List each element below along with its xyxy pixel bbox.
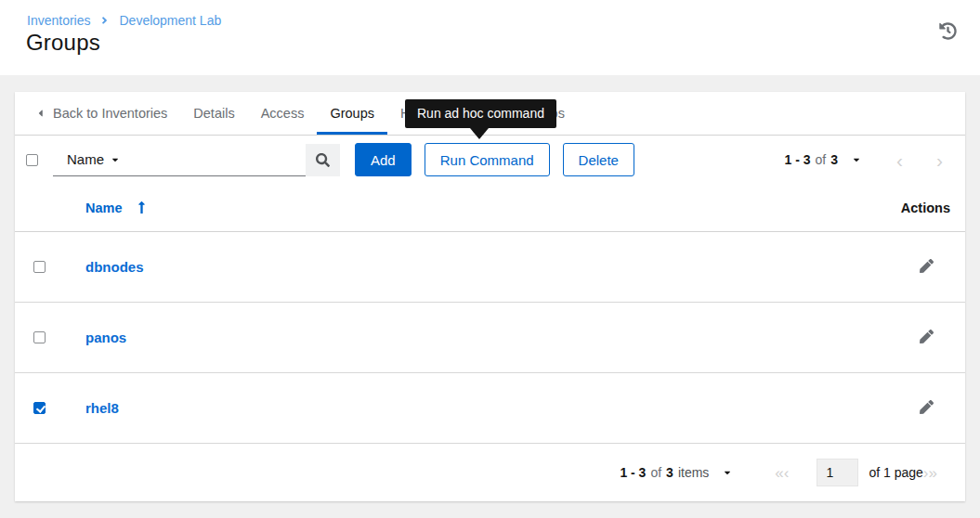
pencil-icon [920, 259, 934, 273]
page-header: Inventories Development Lab Groups [0, 0, 980, 75]
select-all-checkbox[interactable] [26, 154, 38, 166]
chevron-down-icon [723, 468, 732, 477]
footer-range: 1 - 3 [620, 465, 646, 480]
search-key-select[interactable]: Name [53, 144, 129, 176]
delete-button[interactable]: Delete [563, 143, 634, 176]
sort-ascending-icon [137, 201, 147, 214]
run-command-button[interactable]: Run Command [425, 143, 550, 176]
per-page-dropdown[interactable] [850, 153, 863, 166]
top-pagination: 1 - 3 of 3 ‹ › [785, 150, 944, 170]
edit-group-button[interactable] [916, 326, 937, 350]
chevron-down-icon [111, 155, 120, 164]
group-link[interactable]: rhel8 [85, 400, 119, 416]
edit-group-button[interactable] [916, 255, 937, 279]
first-page-icon[interactable]: « [775, 465, 783, 481]
tab-groups[interactable]: Groups [317, 92, 387, 135]
chevron-down-icon [852, 155, 861, 164]
breadcrumb-separator-icon [100, 15, 109, 26]
tab-access[interactable]: Access [248, 92, 318, 135]
footer-total: 3 [666, 465, 673, 480]
breadcrumb-inventories-link[interactable]: Inventories [27, 13, 90, 28]
add-button[interactable]: Add [355, 143, 412, 176]
row-checkbox[interactable] [33, 331, 46, 343]
last-page-icon[interactable]: » [929, 465, 937, 481]
history-icon[interactable] [937, 22, 958, 43]
edit-group-button[interactable] [916, 396, 937, 421]
items-per-page-dropdown[interactable] [721, 466, 734, 479]
groups-panel: Back to Inventories Details Access Group… [15, 92, 965, 501]
pagination-range: 1 - 3 [785, 152, 811, 167]
table-header: Name Actions [15, 184, 965, 232]
groups-page: Inventories Development Lab Groups Back … [0, 0, 980, 518]
breadcrumb-development-lab-link[interactable]: Development Lab [119, 13, 221, 28]
tab-details[interactable]: Details [180, 92, 247, 135]
bottom-pagination: 1 - 3 of 3 items « ‹ of 1 page › » [15, 444, 965, 501]
tab-bar: Back to Inventories Details Access Group… [15, 92, 965, 136]
page-title: Groups [26, 30, 100, 56]
back-to-inventories-link[interactable]: Back to Inventories [23, 92, 180, 135]
breadcrumb: Inventories Development Lab [27, 13, 221, 28]
group-link[interactable]: panos [85, 330, 126, 345]
row-checkbox[interactable] [33, 261, 46, 273]
actions-column-header: Actions [901, 201, 950, 215]
page-count-label: of 1 page [869, 465, 922, 480]
run-ad-hoc-tooltip: Run ad hoc command [405, 99, 556, 128]
group-link[interactable]: dbnodes [85, 259, 144, 275]
pencil-icon [920, 330, 934, 343]
next-page-icon[interactable]: › [936, 150, 943, 170]
prev-page-icon[interactable]: ‹ [896, 150, 903, 170]
toolbar: Name Add Run Command Delete 1 - 3 of 3 ‹ [15, 136, 965, 184]
pencil-icon [920, 400, 934, 414]
search-button[interactable] [306, 144, 340, 176]
page-number-input[interactable] [817, 459, 858, 486]
table-row: panos [15, 303, 965, 373]
search-input[interactable] [129, 144, 306, 176]
table-row: dbnodes [15, 232, 965, 303]
row-checkbox[interactable] [33, 402, 46, 414]
pagination-total: 3 [830, 152, 838, 167]
table-row: rhel8 [15, 373, 965, 444]
name-column-header[interactable]: Name [85, 201, 147, 215]
prev-page-icon[interactable]: ‹ [784, 465, 790, 481]
search-icon [316, 153, 330, 167]
caret-left-icon [36, 108, 45, 119]
